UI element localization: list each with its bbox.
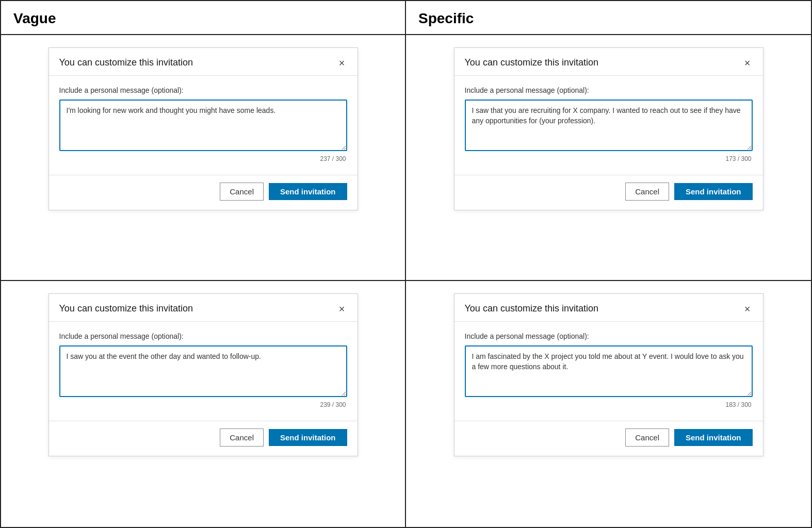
message-label-bottom-left: Include a personal message (optional): xyxy=(59,332,347,340)
close-button-bottom-right[interactable]: × xyxy=(742,304,753,314)
char-count-bottom-left: 239 / 300 xyxy=(59,401,347,408)
dialog-top-right: You can customize this invitation × Incl… xyxy=(454,47,764,210)
message-label-bottom-right: Include a personal message (optional): xyxy=(465,332,753,340)
dialog-footer-bottom-left: Cancel Send invitation xyxy=(49,421,358,456)
cell-top-left: You can customize this invitation × Incl… xyxy=(1,35,406,281)
dialog-header-bottom-left: You can customize this invitation × xyxy=(49,294,358,322)
vague-title: Vague xyxy=(13,10,393,27)
dialog-header-top-right: You can customize this invitation × xyxy=(454,48,763,76)
cell-bottom-right: You can customize this invitation × Incl… xyxy=(406,281,811,527)
char-count-bottom-right: 183 / 300 xyxy=(465,401,753,408)
dialog-body-top-left: Include a personal message (optional): 2… xyxy=(49,76,358,169)
dialog-header-bottom-right: You can customize this invitation × xyxy=(454,294,763,322)
dialog-title-bottom-right: You can customize this invitation xyxy=(465,303,598,314)
close-button-top-right[interactable]: × xyxy=(742,58,753,68)
send-button-top-left[interactable]: Send invitation xyxy=(269,183,347,200)
dialog-body-bottom-left: Include a personal message (optional): 2… xyxy=(49,322,358,415)
close-button-bottom-left[interactable]: × xyxy=(337,304,347,314)
dialog-bottom-left: You can customize this invitation × Incl… xyxy=(48,293,358,456)
message-label-top-right: Include a personal message (optional): xyxy=(465,86,753,94)
send-button-bottom-right[interactable]: Send invitation xyxy=(674,429,753,446)
dialog-title-bottom-left: You can customize this invitation xyxy=(59,303,193,314)
close-button-top-left[interactable]: × xyxy=(337,58,347,68)
cell-bottom-left: You can customize this invitation × Incl… xyxy=(1,281,406,527)
char-count-top-right: 173 / 300 xyxy=(465,155,753,162)
comparison-grid: Vague Specific You can customize this in… xyxy=(0,0,812,528)
dialog-footer-top-right: Cancel Send invitation xyxy=(454,175,763,210)
char-count-top-left: 237 / 300 xyxy=(59,155,347,162)
cancel-button-top-left[interactable]: Cancel xyxy=(220,183,264,201)
dialog-body-bottom-right: Include a personal message (optional): 1… xyxy=(454,322,763,415)
send-button-top-right[interactable]: Send invitation xyxy=(674,183,753,200)
dialog-title-top-right: You can customize this invitation xyxy=(465,57,598,68)
cancel-button-bottom-left[interactable]: Cancel xyxy=(220,428,264,447)
message-label-top-left: Include a personal message (optional): xyxy=(59,86,347,94)
cell-top-right: You can customize this invitation × Incl… xyxy=(406,35,811,281)
specific-title: Specific xyxy=(418,10,799,27)
message-textarea-top-left[interactable] xyxy=(59,100,347,151)
dialog-footer-bottom-right: Cancel Send invitation xyxy=(454,421,763,456)
send-button-bottom-left[interactable]: Send invitation xyxy=(269,429,347,446)
dialog-title-top-left: You can customize this invitation xyxy=(59,57,193,68)
dialog-body-top-right: Include a personal message (optional): 1… xyxy=(454,76,763,169)
header-vague: Vague xyxy=(1,1,406,35)
message-textarea-top-right[interactable] xyxy=(465,100,753,151)
cancel-button-bottom-right[interactable]: Cancel xyxy=(625,428,669,447)
dialog-bottom-right: You can customize this invitation × Incl… xyxy=(454,293,764,456)
message-textarea-bottom-right[interactable] xyxy=(465,345,753,397)
dialog-footer-top-left: Cancel Send invitation xyxy=(49,175,358,210)
cancel-button-top-right[interactable]: Cancel xyxy=(625,183,669,201)
message-textarea-bottom-left[interactable] xyxy=(59,345,347,397)
header-specific: Specific xyxy=(406,1,811,35)
dialog-top-left: You can customize this invitation × Incl… xyxy=(48,47,358,210)
dialog-header-top-left: You can customize this invitation × xyxy=(49,48,358,76)
